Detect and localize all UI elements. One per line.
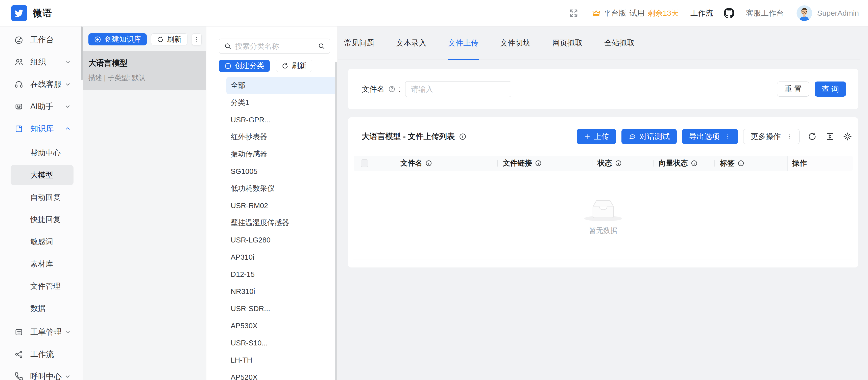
question-circle-icon[interactable] <box>388 85 396 93</box>
row-height-icon[interactable] <box>825 132 835 142</box>
sidebar-subitem-quick-reply[interactable]: 快捷回复 <box>0 208 83 231</box>
info-circle-icon[interactable] <box>737 160 744 167</box>
info-circle-icon[interactable] <box>615 160 622 167</box>
sidebar-item-knowledge-base[interactable]: 知识库 <box>0 117 83 140</box>
more-actions-button[interactable]: 更多操作 <box>743 129 800 144</box>
kb-refresh-button[interactable]: 刷新 <box>151 33 187 45</box>
sidebar-subitem-sensitive-words[interactable]: 敏感词 <box>0 231 83 253</box>
sidebar-item-workflow[interactable]: 工作流 <box>0 343 83 366</box>
avatar[interactable] <box>797 5 812 21</box>
category-item[interactable]: 振动传感器 <box>207 146 338 163</box>
app-logo[interactable] <box>11 5 27 21</box>
category-refresh-button[interactable]: 刷新 <box>276 60 312 72</box>
sidebar-item-ai-assistant[interactable]: AI助手 <box>0 95 83 117</box>
select-all-checkbox[interactable] <box>361 160 368 167</box>
knowledge-base-panel: 创建知识库 刷新 大语言模型 描述 | 子类型: 默认 <box>83 27 207 380</box>
category-item[interactable]: 壁挂温湿度传感器 <box>207 214 338 231</box>
workflow-link[interactable]: 工作流 <box>690 8 713 19</box>
category-item[interactable]: AP310i <box>207 248 338 266</box>
sidebar-subitem-data[interactable]: 数据 <box>0 297 83 319</box>
kb-list-item-selected[interactable]: 大语言模型 描述 | 子类型: 默认 <box>83 51 206 90</box>
file-upload-table-card: 大语言模型 - 文件上传列表 上传 <box>348 117 858 268</box>
robot-icon <box>14 102 24 111</box>
category-item[interactable]: 红外抄表器 <box>207 129 338 146</box>
tab-site-crawl[interactable]: 全站抓取 <box>604 27 635 60</box>
sidebar-item-call-center[interactable]: 呼叫中心 <box>0 366 83 380</box>
category-scrollbar[interactable] <box>335 62 337 380</box>
tab-text-entry[interactable]: 文本录入 <box>396 27 427 60</box>
dove-icon <box>13 7 25 19</box>
category-item-all[interactable]: 全部 <box>226 77 337 94</box>
sidebar-item-workbench[interactable]: 工作台 <box>0 29 83 51</box>
info-circle-icon[interactable] <box>691 160 698 167</box>
gear-icon[interactable] <box>842 132 852 142</box>
category-item[interactable]: D12-15 <box>207 266 338 283</box>
category-item[interactable]: 分类1 <box>207 94 338 111</box>
sidebar-subitem-auto-reply[interactable]: 自动回复 <box>0 186 83 208</box>
tab-faq[interactable]: 常见问题 <box>344 27 375 60</box>
category-item[interactable]: AP520X <box>207 369 338 380</box>
sidebar-item-online-service[interactable]: 在线客服 <box>0 73 83 95</box>
category-item[interactable]: USR-LG280 <box>207 231 338 248</box>
more-actions-label: 更多操作 <box>750 132 781 142</box>
empty-state: 暂无数据 <box>348 196 858 235</box>
sidebar-bottom-group: 工单管理 工作流 呼叫中心 <box>0 321 83 380</box>
username[interactable]: SuperAdmin <box>817 9 859 18</box>
category-item[interactable]: USR-S10... <box>207 334 338 351</box>
table-column-header: 文件名 文件链接 状态 <box>354 156 852 171</box>
info-circle-icon[interactable] <box>425 160 432 167</box>
content-tabs: 常见问题 文本录入 文件上传 文件切块 网页抓取 全站抓取 <box>338 27 860 60</box>
category-search-box <box>219 39 330 54</box>
category-item[interactable]: SG1005 <box>207 163 338 180</box>
filename-filter-input[interactable] <box>405 81 511 97</box>
kb-more-button[interactable] <box>192 33 202 45</box>
upload-button[interactable]: 上传 <box>577 129 616 144</box>
query-button[interactable]: 查 询 <box>815 81 846 97</box>
column-status: 状态 <box>592 156 653 171</box>
chevron-down-icon <box>64 103 71 110</box>
sidebar-item-ticket-management[interactable]: 工单管理 <box>0 321 83 343</box>
team-icon <box>14 58 24 67</box>
export-options-button[interactable]: 导出选项 <box>682 129 738 144</box>
chat-bubble-icon <box>628 133 636 140</box>
sidebar-subitem-llm[interactable]: 大模型 <box>10 165 73 185</box>
info-circle-icon[interactable] <box>459 133 467 141</box>
info-circle-icon[interactable] <box>535 160 542 167</box>
license-remaining: 剩余13天 <box>648 8 679 19</box>
search-submit-icon[interactable] <box>318 42 326 50</box>
workbench-link[interactable]: 客服工作台 <box>746 8 784 19</box>
tab-file-chunk[interactable]: 文件切块 <box>500 27 531 60</box>
category-item[interactable]: USR-GPR... <box>207 111 338 129</box>
phone-icon <box>14 372 24 380</box>
category-search-input[interactable] <box>235 42 318 50</box>
chat-test-label: 对话测试 <box>640 132 670 142</box>
license-badge[interactable]: 平台版 试用 剩余13天 <box>592 8 679 19</box>
empty-text: 暂无数据 <box>589 226 617 235</box>
sidebar-subitem-help-center[interactable]: 帮助中心 <box>0 142 83 164</box>
sidebar-subitem-assets[interactable]: 素材库 <box>0 253 83 275</box>
category-item[interactable]: USR-SDR... <box>207 300 338 317</box>
category-item[interactable]: AP530X <box>207 317 338 334</box>
category-item[interactable]: USR-RM02 <box>207 197 338 214</box>
category-refresh-label: 刷新 <box>292 61 306 71</box>
category-item[interactable]: LH-TH <box>207 351 338 369</box>
column-label: 状态 <box>597 158 612 168</box>
more-vertical-icon <box>193 36 200 43</box>
category-item[interactable]: 低功耗数采仪 <box>207 180 338 197</box>
table-actions: 上传 对话测试 导出选项 <box>577 129 852 144</box>
sidebar-subitem-file-management[interactable]: 文件管理 <box>0 275 83 297</box>
sidebar-item-organization[interactable]: 组织 <box>0 51 83 73</box>
fullscreen-icon[interactable] <box>569 8 579 18</box>
github-icon[interactable] <box>724 8 734 19</box>
chat-test-button[interactable]: 对话测试 <box>621 129 677 144</box>
column-label: 文件名 <box>400 158 423 168</box>
create-kb-button[interactable]: 创建知识库 <box>88 33 147 45</box>
tab-web-crawl[interactable]: 网页抓取 <box>552 27 583 60</box>
tab-file-upload[interactable]: 文件上传 <box>447 27 479 60</box>
sidebar-scrollbar[interactable] <box>81 27 83 80</box>
reset-button[interactable]: 重 置 <box>777 81 809 97</box>
sidebar-item-label: AI助手 <box>30 101 53 112</box>
category-item[interactable]: NR310i <box>207 283 338 300</box>
create-category-button[interactable]: 创建分类 <box>219 60 270 72</box>
refresh-icon[interactable] <box>807 132 817 142</box>
